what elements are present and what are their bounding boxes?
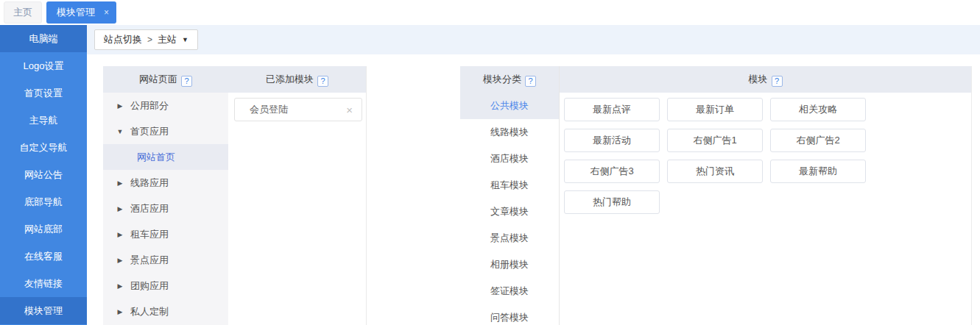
category-item-article[interactable]: 文章模块	[460, 199, 559, 225]
site-pages-title: 网站页面	[139, 74, 177, 85]
sidebar-item-online-service[interactable]: 在线客服	[0, 243, 87, 270]
triangle-down-icon: ▼	[116, 128, 124, 135]
tab-bar: 主页 模块管理 ×	[0, 0, 980, 25]
sidebar-item-site-footer[interactable]: 网站底部	[0, 215, 87, 243]
tree-item-route-apps[interactable]: ▶ 线路应用	[103, 170, 228, 196]
added-module-label: 会员登陆	[250, 103, 288, 116]
content-area: 站点切换 > 主站 ▼ 网站页面? ▶ 公用部分	[87, 25, 980, 325]
help-icon[interactable]: ?	[181, 76, 192, 87]
tree-item-car-rental-apps[interactable]: ▶ 租车应用	[103, 222, 228, 248]
tree-item-label: 私人定制	[130, 305, 169, 318]
site-switch-button[interactable]: 站点切换 > 主站 ▼	[94, 29, 198, 50]
module-button-related-guides[interactable]: 相关攻略	[770, 98, 866, 121]
added-modules-header: 已添加模块?	[228, 66, 366, 93]
triangle-right-icon: ▶	[116, 308, 124, 315]
triangle-right-icon: ▶	[116, 257, 124, 264]
help-icon[interactable]: ?	[317, 76, 328, 87]
tree-item-label: 首页应用	[130, 125, 169, 138]
sidebar-header-pc: 电脑端	[0, 25, 87, 52]
site-switch-current-site: 主站	[158, 33, 177, 46]
remove-icon[interactable]: ×	[346, 104, 353, 116]
modules-title: 模块	[749, 74, 768, 85]
tree-item-private-custom[interactable]: ▶ 私人定制	[103, 299, 228, 325]
tree-item-label: 公用部分	[130, 99, 169, 113]
help-icon[interactable]: ?	[772, 76, 783, 87]
added-modules-list: 会员登陆 ×	[228, 93, 366, 121]
triangle-right-icon: ▶	[116, 231, 124, 238]
site-switch-separator: >	[147, 35, 152, 45]
modules-column: 模块? 最新点评 最新订单 相关攻略 最新活动 右侧广告1 右侧广告2 右侧广告…	[560, 66, 972, 325]
category-item-album[interactable]: 相册模块	[460, 251, 559, 278]
module-button-right-ad-3[interactable]: 右侧广告3	[564, 160, 660, 183]
tree-item-label: 线路应用	[130, 176, 169, 190]
module-button-latest-reviews[interactable]: 最新点评	[564, 98, 660, 121]
help-icon[interactable]: ?	[525, 76, 536, 87]
modules-header: 模块?	[560, 66, 971, 93]
chevron-down-icon: ▼	[182, 36, 188, 43]
category-item-car-rental[interactable]: 租车模块	[460, 172, 559, 199]
category-item-qa[interactable]: 问答模块	[460, 304, 559, 325]
sidebar-item-footer-nav[interactable]: 底部导航	[0, 188, 87, 215]
sidebar-item-friend-links[interactable]: 友情链接	[0, 270, 87, 297]
sidebar-item-homepage-settings[interactable]: 首页设置	[0, 79, 87, 107]
main-area: 电脑端 Logo设置 首页设置 主导航 自定义导航 网站公告 底部导航 网站底部…	[0, 25, 980, 325]
added-modules-column: 已添加模块? 会员登陆 ×	[228, 66, 367, 325]
module-button-hot-news[interactable]: 热门资讯	[667, 160, 763, 183]
site-pages-column: 网站页面? ▶ 公用部分 ▼ 首页应用 网站首页	[103, 66, 228, 325]
tab-module-management-label: 模块管理	[57, 6, 95, 19]
sidebar-item-main-nav[interactable]: 主导航	[0, 107, 87, 134]
sidebar-item-logo-settings[interactable]: Logo设置	[0, 52, 87, 79]
category-item-visa[interactable]: 签证模块	[460, 278, 559, 304]
tree-item-label: 酒店应用	[130, 202, 169, 215]
category-item-route[interactable]: 线路模块	[460, 119, 559, 146]
panel-gap	[367, 66, 460, 325]
category-item-public[interactable]: 公共模块	[460, 93, 559, 119]
module-button-latest-activities[interactable]: 最新活动	[564, 129, 660, 152]
pages-and-added-panel: 网站页面? ▶ 公用部分 ▼ 首页应用 网站首页	[103, 66, 367, 325]
tree-item-label: 景点应用	[130, 254, 169, 267]
close-icon[interactable]: ×	[104, 8, 109, 17]
tree-item-label: 团购应用	[130, 279, 169, 293]
tree-item-label: 网站首页	[137, 151, 175, 164]
sidebar-item-site-notice[interactable]: 网站公告	[0, 161, 87, 188]
site-pages-header: 网站页面?	[103, 66, 228, 93]
module-category-title: 模块分类	[483, 74, 521, 85]
triangle-right-icon: ▶	[116, 102, 124, 110]
module-button-hot-help[interactable]: 热门帮助	[564, 190, 660, 214]
module-category-column: 模块分类? 公共模块 线路模块 酒店模块 租车模块 文章模块 景点模块 相册模块…	[460, 66, 560, 325]
tree-item-scenic-apps[interactable]: ▶ 景点应用	[103, 248, 228, 274]
tree-item-group-buy-apps[interactable]: ▶ 团购应用	[103, 274, 228, 299]
module-category-header: 模块分类?	[460, 66, 559, 93]
triangle-right-icon: ▶	[116, 282, 124, 290]
module-button-right-ad-1[interactable]: 右侧广告1	[667, 129, 763, 152]
category-item-scenic[interactable]: 景点模块	[460, 225, 559, 251]
module-button-latest-orders[interactable]: 最新订单	[667, 98, 763, 121]
tab-module-management[interactable]: 模块管理 ×	[46, 1, 116, 24]
sidebar-item-custom-nav[interactable]: 自定义导航	[0, 134, 87, 161]
added-modules-title: 已添加模块	[266, 74, 314, 85]
site-switch-strip: 站点切换 > 主站 ▼	[87, 25, 980, 54]
tree-item-site-homepage[interactable]: 网站首页	[103, 144, 228, 170]
category-item-hotel[interactable]: 酒店模块	[460, 146, 559, 172]
site-switch-label: 站点切换	[104, 33, 142, 46]
sidebar-item-module-management[interactable]: 模块管理	[0, 297, 87, 324]
added-module-member-login[interactable]: 会员登陆 ×	[234, 98, 362, 121]
work-area: 网站页面? ▶ 公用部分 ▼ 首页应用 网站首页	[87, 54, 980, 325]
tree-item-label: 租车应用	[130, 228, 169, 241]
sidebar: 电脑端 Logo设置 首页设置 主导航 自定义导航 网站公告 底部导航 网站底部…	[0, 25, 87, 325]
module-management-page: 主页 模块管理 × 电脑端 Logo设置 首页设置 主导航 自定义导航 网站公告…	[0, 0, 980, 325]
tree-item-hotel-apps[interactable]: ▶ 酒店应用	[103, 196, 228, 221]
modules-grid: 最新点评 最新订单 相关攻略 最新活动 右侧广告1 右侧广告2 右侧广告3 热门…	[560, 93, 971, 214]
tab-home[interactable]: 主页	[4, 1, 42, 24]
module-button-right-ad-2[interactable]: 右侧广告2	[770, 129, 866, 152]
module-button-latest-help[interactable]: 最新帮助	[770, 160, 866, 183]
triangle-right-icon: ▶	[116, 179, 124, 187]
triangle-right-icon: ▶	[116, 205, 124, 213]
tree-item-common-parts[interactable]: ▶ 公用部分	[103, 93, 228, 118]
tree-item-homepage-apps[interactable]: ▼ 首页应用	[103, 118, 228, 144]
categories-and-modules-panel: 模块分类? 公共模块 线路模块 酒店模块 租车模块 文章模块 景点模块 相册模块…	[460, 66, 972, 325]
